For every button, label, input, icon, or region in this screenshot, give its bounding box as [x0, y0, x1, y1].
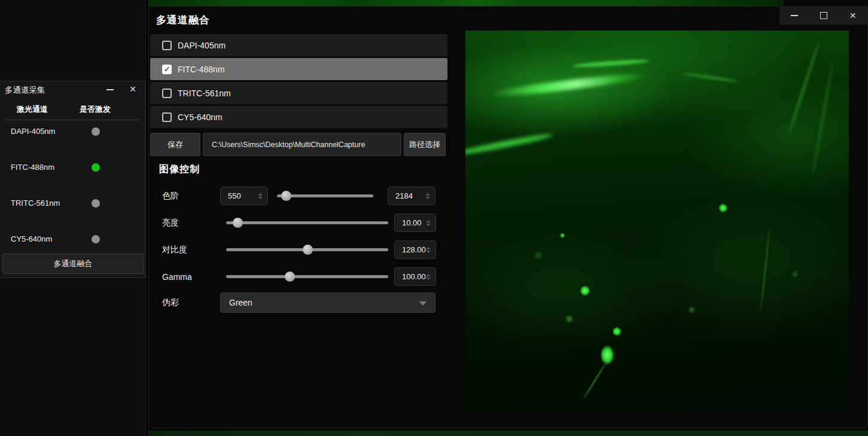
spinner-arrows-icon[interactable]	[425, 193, 430, 199]
capture-window: 多通道采集 ✕ 激光通道 是否激发 DAPI-405nm FITC-488nm …	[0, 81, 145, 278]
channel-label: CY5-640nm	[11, 234, 52, 243]
checkbox-fitc[interactable]	[162, 65, 172, 74]
checkbox-cy5[interactable]	[162, 112, 172, 122]
spinner-arrows-icon[interactable]	[426, 247, 431, 253]
divider	[5, 120, 141, 120]
gamma-value: 100.00	[402, 272, 426, 281]
save-button[interactable]: 保存	[150, 133, 200, 156]
micrograph-streak	[572, 58, 649, 68]
channel-label: FITC-488nm	[11, 163, 54, 172]
save-path-row: 保存 路径选择	[150, 133, 447, 156]
channel-row-fitc[interactable]: FITC-488nm	[150, 58, 447, 80]
contrast-slider[interactable]	[226, 240, 388, 259]
checkbox-dapi[interactable]	[162, 41, 172, 50]
capture-row-tritc: TRITC-561nm	[0, 197, 145, 209]
minimize-icon	[791, 15, 798, 16]
excitation-indicator-off	[92, 199, 100, 208]
levels-label: 色阶	[162, 191, 179, 202]
checkbox-tritc[interactable]	[162, 89, 172, 98]
contrast-row: 对比度 128.00	[149, 240, 454, 260]
levels-slider[interactable]	[277, 187, 373, 205]
fusion-window: 多通道融合 ✕ DAPI-405nm FITC-488nm TRITC-561n…	[148, 6, 868, 428]
spinner-arrows-icon[interactable]	[426, 274, 431, 280]
contrast-value: 128.00	[402, 245, 426, 254]
column-header-channel: 激光通道	[17, 104, 48, 115]
brightness-row: 亮度 10.00	[149, 214, 454, 233]
gamma-label: Gamma	[162, 272, 192, 282]
levels-max-spinbox[interactable]: 2184	[388, 187, 435, 205]
capture-row-dapi: DAPI-405nm	[0, 126, 145, 138]
open-fusion-button[interactable]: 多通道融合	[2, 254, 144, 274]
micrograph-streak	[488, 70, 649, 99]
levels-max-value: 2184	[395, 191, 413, 200]
micrograph-streak	[465, 132, 553, 157]
capture-row-cy5: CY5-640nm	[0, 233, 145, 245]
capture-titlebar: 多通道采集 ✕	[0, 81, 145, 98]
window-controls: ✕	[779, 6, 867, 25]
channel-label: DAPI-405nm	[11, 127, 55, 136]
channel-label: TRITC-561nm	[11, 199, 60, 208]
capture-window-title: 多通道采集	[5, 85, 45, 96]
gamma-spinbox[interactable]: 100.00	[394, 267, 436, 286]
brightness-spinbox[interactable]: 10.00	[394, 214, 436, 232]
channel-label: DAPI-405nm	[178, 41, 226, 50]
brightness-slider[interactable]	[226, 214, 388, 232]
column-header-excited: 是否激发	[80, 104, 111, 115]
slider-thumb[interactable]	[233, 218, 243, 228]
live-image-bottom-strip	[148, 431, 868, 436]
channel-row-cy5[interactable]: CY5-640nm	[150, 106, 447, 128]
close-icon: ✕	[849, 11, 857, 20]
levels-row: 色阶 550 2184	[149, 187, 454, 206]
slider-thumb[interactable]	[285, 272, 295, 282]
image-control-section-title: 图像控制	[159, 163, 200, 176]
channel-label: FITC-488nm	[178, 65, 225, 74]
chevron-down-icon	[419, 301, 427, 306]
slider-thumb[interactable]	[281, 191, 291, 201]
pseudocolor-label: 伪彩	[162, 297, 179, 308]
micrograph-view[interactable]	[465, 31, 849, 411]
slider-thumb[interactable]	[303, 245, 313, 255]
micrograph-neurite	[583, 363, 606, 399]
micrograph-streak	[812, 62, 834, 175]
brightness-label: 亮度	[162, 218, 179, 228]
channel-checkbox-list: DAPI-405nm FITC-488nm TRITC-561nm CY5-64…	[150, 34, 447, 130]
pseudocolor-row: 伪彩 Green	[149, 292, 454, 313]
levels-min-value: 550	[228, 191, 241, 200]
save-path-input[interactable]	[203, 133, 401, 156]
pseudocolor-dropdown[interactable]: Green	[220, 292, 435, 313]
capture-row-fitc: FITC-488nm	[0, 161, 145, 173]
minimize-button[interactable]	[779, 6, 809, 25]
channel-row-dapi[interactable]: DAPI-405nm	[150, 34, 447, 56]
close-button[interactable]: ✕	[838, 6, 867, 25]
micrograph-neurite	[760, 229, 770, 313]
screen: 多通道融合 ✕ DAPI-405nm FITC-488nm TRITC-561n…	[0, 0, 868, 436]
channel-label: CY5-640nm	[178, 112, 223, 122]
micrograph-streak	[788, 40, 821, 135]
close-icon[interactable]: ✕	[129, 84, 136, 94]
gamma-slider[interactable]	[226, 267, 388, 286]
levels-min-spinbox[interactable]: 550	[220, 187, 268, 205]
browse-path-button[interactable]: 路径选择	[404, 133, 446, 156]
fusion-window-title: 多通道融合	[156, 13, 210, 27]
excitation-indicator-off	[92, 127, 100, 136]
channel-row-tritc[interactable]: TRITC-561nm	[150, 82, 447, 104]
channel-label: TRITC-561nm	[178, 89, 231, 98]
slider-track[interactable]	[226, 221, 388, 224]
slider-track[interactable]	[226, 275, 388, 278]
spinner-arrows-icon[interactable]	[258, 193, 263, 199]
excitation-indicator-on	[92, 163, 100, 172]
spinner-arrows-icon[interactable]	[426, 220, 431, 226]
brightness-value: 10.00	[402, 218, 422, 227]
contrast-spinbox[interactable]: 128.00	[394, 240, 436, 259]
maximize-icon	[820, 12, 827, 19]
contrast-label: 对比度	[162, 245, 187, 255]
slider-track[interactable]	[277, 194, 373, 197]
pseudocolor-value: Green	[229, 298, 252, 307]
micrograph-streak	[684, 72, 738, 83]
maximize-button[interactable]	[809, 6, 838, 25]
excitation-indicator-off	[92, 235, 100, 243]
minimize-icon[interactable]	[106, 89, 114, 90]
gamma-row: Gamma 100.00	[149, 267, 454, 286]
